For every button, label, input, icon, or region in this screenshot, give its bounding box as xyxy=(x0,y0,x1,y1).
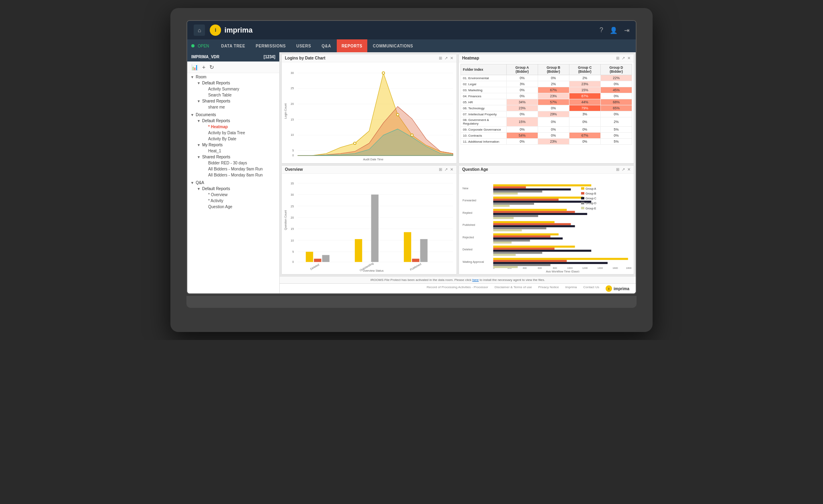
tree-docs-shared-reports[interactable]: ▼Shared Reports xyxy=(194,154,279,160)
footer-contact[interactable]: Contact Us xyxy=(583,285,600,292)
heatmap-row-label: 08. Government & Regulatory xyxy=(461,117,507,127)
qa-close-icon[interactable]: ✕ xyxy=(627,167,631,172)
svg-text:Deleted: Deleted xyxy=(310,263,320,270)
tab-communications[interactable]: COMMUNICATIONS xyxy=(368,39,418,52)
sidebar-item-activity-summary[interactable]: Activity Summary xyxy=(200,86,279,92)
sidebar-item-question-age[interactable]: Question Age xyxy=(200,204,279,210)
sidebar-item-all-bidders-9am[interactable]: All Bidders - Monday 9am Run xyxy=(200,166,279,172)
svg-rect-78 xyxy=(493,203,534,205)
svg-rect-91 xyxy=(493,235,550,237)
heatmap-cell-c: 87% xyxy=(569,93,600,99)
svg-rect-87 xyxy=(493,225,575,227)
sidebar-item-bidder-red[interactable]: Bidder RED - 30 days xyxy=(200,160,279,166)
tree-documents[interactable]: ▼Documents xyxy=(187,112,279,118)
logins-close-icon[interactable]: ✕ xyxy=(450,56,453,60)
footer-notice-2: to install the necessary agent to view t… xyxy=(479,278,545,282)
svg-rect-45 xyxy=(404,232,411,262)
sidebar-item-heatmap[interactable]: * Heatmap xyxy=(200,124,279,130)
svg-text:Waiting Approval: Waiting Approval xyxy=(463,260,484,263)
footer-imprima[interactable]: Imprima xyxy=(565,285,577,292)
heatmap-row-label: 06. Technology xyxy=(461,105,507,111)
svg-text:1600: 1600 xyxy=(612,266,618,269)
heatmap-cell-c: 2% xyxy=(569,75,600,81)
svg-text:0: 0 xyxy=(292,260,294,263)
overview-close-icon[interactable]: ✕ xyxy=(450,167,453,172)
svg-rect-46 xyxy=(412,258,419,262)
tree-docs-default-reports[interactable]: ▼Default Reports xyxy=(194,118,279,124)
heatmap-cell-d: 5% xyxy=(600,127,632,133)
footer-privacy[interactable]: Privacy Notice xyxy=(538,285,559,292)
table-row: 06. Technology23%0%79%65% xyxy=(461,105,632,111)
svg-text:1400: 1400 xyxy=(598,266,603,269)
svg-rect-72 xyxy=(493,188,571,190)
sidebar-item-activity[interactable]: * Activity xyxy=(200,198,279,204)
tree-qa[interactable]: ▼Q&A xyxy=(187,180,279,186)
heatmap-close-icon[interactable]: ✕ xyxy=(627,56,631,60)
heatmap-cell-a: 0% xyxy=(507,87,538,93)
logo: i imprima xyxy=(210,25,252,36)
sidebar-item-activity-by-date[interactable]: Activity By Date xyxy=(200,136,279,142)
qa-export-icon[interactable]: ↗ xyxy=(622,167,625,172)
sidebar-item-all-bidders-8am[interactable]: All Bidders - Monday 8am Run xyxy=(200,172,279,178)
heatmap-cell-b: 57% xyxy=(538,99,569,105)
help-icon[interactable]: ? xyxy=(600,27,603,34)
svg-text:Avg Workflow Time (Days): Avg Workflow Time (Days) xyxy=(546,270,579,272)
heatmap-row-label: 10. Contracts xyxy=(461,133,507,139)
footer-ropa[interactable]: Record of Processing Activities - Proces… xyxy=(427,285,488,292)
tree-qa-default-reports[interactable]: ▼Default Reports xyxy=(194,186,279,192)
tab-reports[interactable]: REPORTS xyxy=(337,39,367,52)
heatmap-export-icon[interactable]: ↗ xyxy=(622,56,625,60)
logins-table-icon[interactable]: ⊞ xyxy=(439,56,442,60)
sidebar-item-search-table[interactable]: Search Table xyxy=(200,92,279,98)
heatmap-row-label: 09. Corporate Governance xyxy=(461,127,507,133)
qa-table-icon[interactable]: ⊞ xyxy=(616,167,619,172)
heatmap-cell-c: 0% xyxy=(569,139,600,145)
heatmap-cell-c: 67% xyxy=(569,133,600,139)
tab-data-tree[interactable]: DATA TREE xyxy=(216,39,250,52)
svg-text:20: 20 xyxy=(291,102,294,106)
tree-room-shared-reports[interactable]: ▼Shared Reports xyxy=(194,98,279,104)
footer-disclaimer[interactable]: Disclaimer & Terms of use xyxy=(495,285,532,292)
heatmap-cell-c: 44% xyxy=(569,99,600,105)
svg-rect-102 xyxy=(493,262,608,264)
sidebar-item-share-me[interactable]: share me xyxy=(200,104,279,110)
tab-permissions[interactable]: PERMISSIONS xyxy=(251,39,291,52)
heatmap-cell-a: 23% xyxy=(507,105,538,111)
project-name: IMPRIMA_VDR xyxy=(191,55,219,59)
table-row: 11. Additional Information0%23%0%5% xyxy=(461,139,632,145)
question-age-title: Question Age xyxy=(462,167,488,172)
logins-export-icon[interactable]: ↗ xyxy=(444,56,448,60)
sidebar-item-overview[interactable]: * Overview xyxy=(200,192,279,198)
tab-users[interactable]: USERS xyxy=(291,39,316,52)
logout-icon[interactable]: ⇥ xyxy=(624,27,629,34)
table-row: 05. HR34%57%44%68% xyxy=(461,99,632,105)
tree-docs-my-reports[interactable]: ▼My Reports xyxy=(194,142,279,148)
tree-section-room: ▼Room ▼Default Reports Activity Summary … xyxy=(187,73,279,111)
heatmap-table-icon[interactable]: ⊞ xyxy=(616,56,619,60)
svg-rect-94 xyxy=(493,241,512,243)
svg-text:600: 600 xyxy=(538,266,542,269)
footer-notice: IROOMS File Protect has been activated i… xyxy=(371,278,472,282)
sidebar-item-heat1[interactable]: Heat_1 xyxy=(200,148,279,154)
refresh-icon[interactable]: ↻ xyxy=(209,64,214,70)
heatmap-cell-d: 5% xyxy=(600,139,632,145)
add-icon[interactable]: + xyxy=(202,64,205,70)
overview-export-icon[interactable]: ↗ xyxy=(444,167,448,172)
footer-link[interactable]: here xyxy=(472,278,479,282)
heatmap-cell-b: 29% xyxy=(538,111,569,117)
tree-room-default-reports[interactable]: ▼Default Reports xyxy=(194,80,279,86)
heatmap-cell-b: 0% xyxy=(538,75,569,81)
heatmap-cell-c: 0% xyxy=(569,117,600,127)
svg-text:800: 800 xyxy=(553,266,557,269)
heatmap-cell-d: 65% xyxy=(600,105,632,111)
user-icon[interactable]: 👤 xyxy=(610,27,618,34)
chart-icon[interactable]: 📊 xyxy=(191,64,198,70)
sidebar-item-activity-by-data-tree[interactable]: Activity by Data Tree xyxy=(200,130,279,136)
tab-qa[interactable]: Q&A xyxy=(317,39,336,52)
overview-table-icon[interactable]: ⊞ xyxy=(439,167,442,172)
svg-rect-97 xyxy=(493,250,591,252)
tree-room[interactable]: ▼Room xyxy=(187,74,279,80)
home-button[interactable]: ⌂ xyxy=(194,25,205,36)
sidebar-tools: 📊 + ↻ xyxy=(187,61,279,73)
heatmap-row-label: 03. Marketing xyxy=(461,87,507,93)
